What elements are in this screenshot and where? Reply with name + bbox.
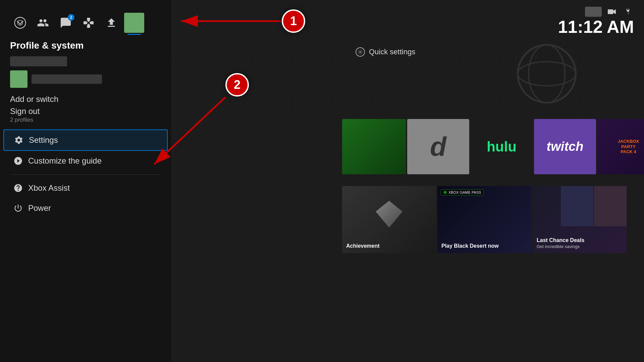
svg-point-5 <box>15 17 26 28</box>
camera-icon <box>606 7 618 17</box>
sign-out-section[interactable]: Sign out 2 profiles <box>0 105 171 126</box>
svg-point-2 <box>518 62 576 86</box>
tile-twitch[interactable]: twitch <box>534 119 596 174</box>
menu-item-power[interactable]: Power <box>3 198 168 218</box>
menu-section: Settings Customize the guide Xbox Assist… <box>0 126 171 222</box>
power-label: Power <box>28 203 51 213</box>
menu-divider <box>10 174 161 175</box>
main-content-area: Quick settings d hulu twitch JACKBOXPART… <box>171 0 644 362</box>
sign-out-label: Sign out <box>10 107 161 116</box>
nav-people[interactable] <box>33 13 53 33</box>
annotation-2: 2 <box>225 73 249 97</box>
sign-out-sub: 2 profiles <box>10 117 161 123</box>
clock-display: 11:12 AM <box>558 18 634 36</box>
thumb2 <box>594 186 627 226</box>
customize-label: Customize the guide <box>28 156 102 166</box>
menu-item-customize[interactable]: Customize the guide <box>3 151 168 171</box>
nav-profile-avatar[interactable] <box>124 13 144 33</box>
section-title: Profile & system <box>10 40 161 51</box>
hulu-logo: hulu <box>487 139 517 155</box>
assist-icon <box>13 183 23 193</box>
annotation-circle-1: 1 <box>282 9 305 33</box>
tile-achievement[interactable]: Achievement <box>342 186 436 253</box>
profile-thumbnail <box>10 70 28 88</box>
twitch-logo: twitch <box>547 139 584 154</box>
nav-upload[interactable] <box>101 13 121 33</box>
avatar <box>124 13 144 33</box>
profile-user-row <box>10 70 161 88</box>
gamepass-badge-text: XBOX GAME PASS <box>448 190 481 194</box>
add-switch-label: Add or switch <box>10 95 58 104</box>
quick-settings-icon <box>356 47 365 57</box>
tile-hulu[interactable]: hulu <box>471 119 533 174</box>
profile-name-placeholder <box>10 56 67 66</box>
quick-settings-label: Quick settings <box>369 48 415 56</box>
tile-blackdesert[interactable]: XBOX GAME PASS Play Black Desert now <box>437 186 531 253</box>
tile-discord[interactable]: d <box>407 119 469 174</box>
menu-item-settings[interactable]: Settings <box>3 129 168 151</box>
clock-icons <box>558 7 634 17</box>
tiles-row2: Achievement XBOX GAME PASS Play Black De… <box>342 186 644 253</box>
nav-xbox-home[interactable] <box>10 13 30 33</box>
plug-icon <box>622 7 634 17</box>
gamepass-badge: XBOX GAME PASS <box>441 189 484 195</box>
tiles-row1: d hulu twitch JACKBOXPARTYPACK 4 🛍 <box>342 119 644 174</box>
add-switch-item[interactable]: Add or switch <box>0 92 171 105</box>
clock-area: 11:12 AM <box>558 7 634 36</box>
diamond-icon <box>376 201 402 228</box>
sidebar: 2 Profile & system <box>0 0 171 362</box>
profile-system-section: Profile & system <box>0 39 171 92</box>
discord-icon-letter: d <box>430 131 446 162</box>
tile-lastchance[interactable]: Last Chance Deals Get incredible savings <box>533 186 627 253</box>
profile-info <box>10 56 161 88</box>
profile-bar <box>32 74 102 84</box>
jackbox-label: JACKBOXPARTYPACK 4 <box>618 139 639 155</box>
menu-item-assist[interactable]: Xbox Assist <box>3 178 168 198</box>
settings-label: Settings <box>29 135 58 145</box>
assist-label: Xbox Assist <box>28 183 70 193</box>
tile-gamepass[interactable] <box>342 119 406 174</box>
power-icon <box>13 203 23 213</box>
quick-settings-bar[interactable]: Quick settings <box>342 44 644 60</box>
blackdesert-label: Play Black Desert now <box>441 243 527 249</box>
nav-active-indicator <box>127 34 141 35</box>
lastchance-sublabel: Get incredible savings <box>537 244 623 249</box>
thumb1 <box>561 186 593 226</box>
achievement-label: Achievement <box>346 243 432 249</box>
nav-controller[interactable] <box>78 13 99 33</box>
tile-jackbox[interactable]: JACKBOXPARTYPACK 4 <box>597 119 644 174</box>
nav-chat[interactable]: 2 <box>56 13 76 33</box>
customize-icon <box>13 156 23 166</box>
chat-badge: 2 <box>68 14 74 21</box>
top-nav: 2 <box>0 0 171 39</box>
svg-point-4 <box>443 191 447 194</box>
annotation-1: 1 <box>282 9 305 33</box>
lastchance-label: Last Chance Deals <box>537 237 623 243</box>
network-icon-box <box>585 7 602 17</box>
lastchance-thumbnails <box>561 186 627 226</box>
annotation-circle-2: 2 <box>225 73 249 97</box>
settings-icon <box>14 135 23 145</box>
svg-point-3 <box>360 51 361 53</box>
